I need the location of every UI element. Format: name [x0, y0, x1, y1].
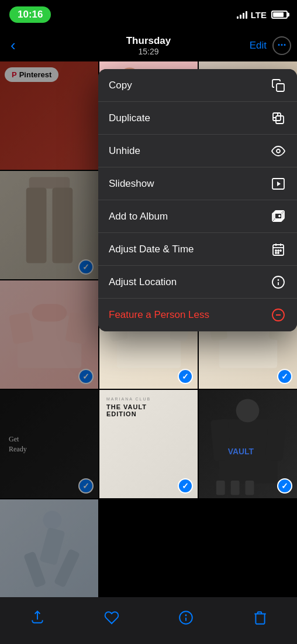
feature-person-less-label: Feature a Person Less [109, 309, 209, 321]
photo-cell-pants[interactable]: ✓ [0, 171, 98, 279]
lte-label: LTE [251, 10, 267, 20]
menu-item-copy[interactable]: Copy [98, 69, 297, 102]
copy-label: Copy [109, 80, 132, 91]
header-right: Edit ··· [250, 36, 291, 55]
heart-button[interactable] [104, 610, 119, 625]
menu-item-adjust-location[interactable]: Adjust Location [98, 266, 297, 299]
signal-bar-2 [240, 15, 241, 19]
menu-item-unhide[interactable]: Unhide [98, 135, 297, 167]
unhide-label: Unhide [109, 145, 140, 157]
header: ‹ Thursday 15:29 Edit ··· [0, 29, 297, 61]
check-badge-pants: ✓ [78, 259, 94, 275]
svg-rect-29 [231, 481, 240, 495]
header-title: Thursday [126, 35, 171, 47]
menu-item-slideshow[interactable]: Slideshow [98, 167, 297, 200]
check-badge-cream-tee2: ✓ [277, 369, 292, 384]
svg-rect-35 [277, 84, 284, 91]
svg-point-31 [43, 511, 62, 529]
info-icon [270, 274, 286, 290]
adjust-location-label: Adjust Location [109, 276, 177, 288]
svg-point-24 [236, 399, 260, 422]
context-menu: Copy Duplicate Unhide [98, 69, 297, 331]
album-icon [270, 208, 286, 225]
signal-bars [237, 11, 247, 19]
svg-rect-6 [26, 187, 47, 263]
status-bar: 10:16 LTE [0, 0, 297, 29]
copy-icon [270, 77, 286, 94]
trash-button[interactable] [253, 610, 268, 625]
svg-point-55 [275, 252, 277, 254]
vault-title1: THE VAULT [106, 403, 191, 410]
svg-rect-28 [216, 481, 225, 495]
more-button[interactable]: ··· [272, 36, 291, 55]
info-button[interactable] [178, 610, 194, 625]
svg-point-40 [277, 149, 280, 153]
eye-icon [270, 143, 286, 159]
minus-circle-icon [270, 307, 286, 323]
header-subtitle: 15:29 [126, 47, 171, 56]
ellipsis-icon: ··· [277, 39, 286, 52]
menu-item-adjust-date-time[interactable]: Adjust Date & Time [98, 233, 297, 266]
check-badge-pink-shirt: ✓ [78, 369, 94, 384]
add-to-album-label: Add to Album [109, 211, 168, 222]
svg-rect-5 [29, 177, 70, 189]
check-badge-cream-tee1: ✓ [178, 369, 193, 384]
dancer-svg [0, 499, 98, 597]
menu-item-add-to-album[interactable]: Add to Album [98, 200, 297, 233]
svg-rect-37 [273, 113, 281, 121]
signal-bar-3 [243, 13, 244, 19]
play-icon [270, 176, 286, 192]
photo-cell-pinterest[interactable]: P Pinterest [0, 61, 98, 170]
duplicate-icon [270, 110, 286, 126]
slideshow-label: Slideshow [109, 178, 154, 190]
svg-rect-30 [246, 481, 254, 495]
svg-text:VAULT: VAULT [228, 447, 254, 456]
share-button[interactable] [30, 610, 45, 625]
check-badge-hoodie: ✓ [277, 478, 292, 494]
check-badge-black-tee: ✓ [78, 478, 94, 494]
photo-cell-hoodie[interactable]: VAULT ✓ [199, 390, 297, 498]
duplicate-label: Duplicate [109, 112, 150, 124]
adjust-date-time-label: Adjust Date & Time [109, 244, 194, 255]
signal-bar-1 [237, 16, 239, 19]
status-right: LTE [237, 10, 288, 20]
back-button[interactable]: ‹ [6, 32, 20, 59]
svg-rect-12 [32, 304, 67, 321]
battery-icon [271, 11, 288, 19]
black-tee-text: Get Ready [9, 434, 27, 454]
svg-rect-32 [39, 527, 65, 565]
menu-item-duplicate[interactable]: Duplicate [98, 102, 297, 135]
svg-point-56 [278, 252, 279, 254]
menu-item-feature-person-less[interactable]: Feature a Person Less [98, 299, 297, 331]
svg-point-54 [280, 250, 281, 251]
photo-cell-dancer[interactable] [0, 499, 98, 597]
photo-cell-vault[interactable]: MARIANA CLUB THE VAULT EDITION ✓ [99, 390, 198, 498]
vault-title2: EDITION [106, 410, 191, 417]
bottom-toolbar [0, 597, 297, 644]
pinterest-label: Pinterest [19, 70, 52, 79]
header-center: Thursday 15:29 [126, 35, 171, 56]
svg-rect-26 [265, 419, 286, 461]
svg-point-52 [275, 250, 277, 251]
edit-button[interactable]: Edit [250, 40, 267, 52]
photo-cell-pink-shirt[interactable]: ✓ [0, 280, 98, 389]
calendar-icon [270, 241, 286, 258]
signal-bar-4 [246, 11, 247, 19]
photo-cell-black-tee[interactable]: Get Ready ✓ [0, 390, 98, 498]
vault-club: MARIANA CLUB [106, 397, 191, 401]
status-time: 10:16 [9, 6, 51, 23]
svg-rect-7 [52, 187, 72, 263]
check-badge-vault: ✓ [178, 478, 193, 494]
svg-point-53 [278, 250, 279, 251]
